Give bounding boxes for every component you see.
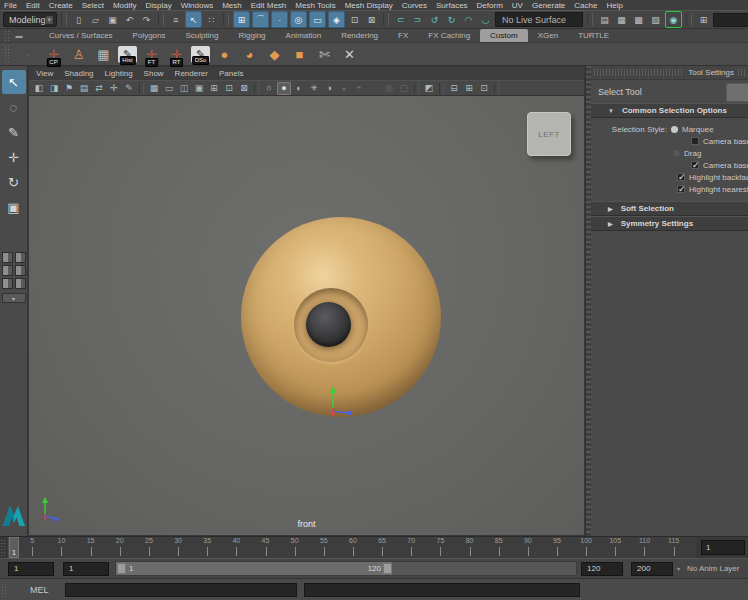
shadows-icon[interactable]: ◑ — [322, 82, 336, 95]
safe-title-icon[interactable]: ⊠ — [237, 82, 251, 95]
menu-surfaces[interactable]: Surfaces — [436, 1, 468, 10]
paint-select-tool-button[interactable]: ✎ — [2, 120, 26, 144]
shelf-tab-custom[interactable]: Custom — [480, 29, 528, 42]
menu-windows[interactable]: Windows — [181, 1, 213, 10]
menu-set-dropdown[interactable]: Modeling ▾ — [3, 12, 57, 27]
range-end-handle[interactable] — [383, 563, 392, 574]
shelf-cp-button[interactable]: ✛CP — [43, 44, 64, 65]
shelf-tabs-grip[interactable] — [4, 30, 11, 40]
xray-icon[interactable]: ◌ — [367, 82, 381, 95]
move-tool-button[interactable]: ✛ — [2, 145, 26, 169]
render-current-frame-icon[interactable]: ▦ — [614, 12, 629, 27]
timeline-ruler[interactable]: 1 51015202530354045505560657075808590951… — [8, 537, 696, 558]
output-connections-icon[interactable]: ⊃ — [410, 12, 425, 27]
shelf-tab-polygons[interactable]: Polygons — [123, 29, 176, 42]
current-frame-field[interactable]: 1 — [701, 540, 745, 555]
make-live-icon[interactable]: ◈ — [328, 11, 345, 28]
menu-select[interactable]: Select — [82, 1, 104, 10]
panel-menu-show[interactable]: Show — [144, 69, 164, 78]
select-by-hierarchy-icon[interactable]: ≡ — [168, 12, 183, 27]
absolute-relative-toggle-icon[interactable]: ⊞ — [696, 12, 711, 27]
tool-settings-header[interactable]: Tool Settings — [591, 66, 748, 80]
save-scene-icon[interactable]: ▣ — [105, 12, 120, 27]
section-soft-selection[interactable]: ▶Soft Selection — [591, 201, 748, 216]
shelf-tab-rigging[interactable]: Rigging — [228, 29, 275, 42]
shelf-grid-button[interactable]: ▦ — [93, 44, 114, 65]
shelf-tab-sculpting[interactable]: Sculpting — [176, 29, 229, 42]
rotate-tool-button[interactable]: ↻ — [2, 170, 26, 194]
playback-start-field[interactable]: 1 — [63, 562, 109, 576]
lock-icon[interactable]: ⊡ — [347, 12, 362, 27]
panel-menu-lighting[interactable]: Lighting — [105, 69, 133, 78]
isolate-select-icon[interactable]: ◩ — [422, 82, 436, 95]
pupil[interactable] — [306, 302, 351, 347]
orientation-axis-icon[interactable]: ✛ — [107, 82, 121, 95]
motion-blur-icon[interactable]: ◓ — [352, 82, 366, 95]
select-camera-icon[interactable]: ◧ — [32, 82, 46, 95]
coordinate-input-field[interactable] — [713, 13, 748, 27]
layout-dropdown-button[interactable]: ▾ — [2, 293, 26, 303]
grid-icon[interactable]: ▦ — [147, 82, 161, 95]
open-scene-icon[interactable]: ▱ — [88, 12, 103, 27]
panel-menu-view[interactable]: View — [36, 69, 53, 78]
xray-joints-icon[interactable]: ◎ — [382, 82, 396, 95]
checkbox-camera-based[interactable] — [691, 137, 699, 145]
wireframe-icon[interactable]: ○ — [262, 82, 276, 95]
menu-file[interactable]: File — [4, 1, 17, 10]
lights-icon[interactable]: ✳ — [307, 82, 321, 95]
layout-hypershade-button[interactable] — [15, 278, 26, 289]
shelf-sphere-plane-button[interactable]: ◕ — [239, 44, 260, 65]
menu-edit[interactable]: Edit — [26, 1, 40, 10]
2d-pan-zoom-icon[interactable]: ⇄ — [92, 82, 106, 95]
shaded-icon[interactable]: ● — [277, 82, 291, 95]
history-input-icon[interactable]: ↺ — [427, 12, 442, 27]
scale-tool-button[interactable]: ▣ — [2, 195, 26, 219]
shelf-options-icon[interactable]: ◦ — [17, 51, 39, 58]
layout-four-pane-button[interactable] — [15, 252, 26, 263]
timeline-grip[interactable] — [0, 539, 7, 556]
animation-end-field[interactable]: 200 — [631, 562, 673, 576]
gate-mask-icon[interactable]: ▣ — [192, 82, 206, 95]
radio-drag[interactable] — [673, 150, 680, 157]
shelf-diamond-button[interactable]: ◆ — [264, 44, 285, 65]
layout-single-pane-button[interactable] — [2, 252, 13, 263]
shelf-tab-turtle[interactable]: TURTLE — [568, 29, 619, 42]
menu-deform[interactable]: Deform — [477, 1, 503, 10]
viewport-canvas[interactable]: LEFT — [29, 96, 584, 535]
hypershade-icon[interactable]: ◉ — [665, 11, 682, 28]
safe-action-icon[interactable]: ⊡ — [222, 82, 236, 95]
layout-two-pane-button[interactable] — [15, 265, 26, 276]
menu-uv[interactable]: UV — [512, 1, 523, 10]
grease-pencil-icon[interactable]: ✎ — [122, 82, 136, 95]
menu-create[interactable]: Create — [49, 1, 73, 10]
mel-toggle[interactable]: MEL — [30, 585, 56, 595]
section-symmetry-settings[interactable]: ▶Symmetry Settings — [591, 216, 748, 231]
section-common-selection-options[interactable]: ▼ Common Selection Options — [591, 103, 748, 118]
layout-persp-outliner-button[interactable] — [2, 265, 13, 276]
field-chart-icon[interactable]: ⊞ — [207, 82, 221, 95]
checkbox-camera-based[interactable] — [691, 161, 699, 169]
menu-curves[interactable]: Curves — [402, 1, 427, 10]
image-plane-icon[interactable]: ▤ — [77, 82, 91, 95]
shelf-tab-fx[interactable]: FX — [388, 29, 418, 42]
shelf-sphere-rotate-button[interactable]: ● — [214, 44, 235, 65]
panel-menu-renderer[interactable]: Renderer — [175, 69, 208, 78]
current-frame-marker[interactable]: 1 — [9, 537, 19, 558]
shelf-knife-button[interactable]: ✄ — [314, 44, 335, 65]
mel-input-field[interactable] — [65, 583, 297, 597]
shelf-ft-button[interactable]: ✛FT — [141, 44, 162, 65]
menu-edit-mesh[interactable]: Edit Mesh — [251, 1, 287, 10]
shelf-dso-button[interactable]: ✎DSo — [191, 46, 210, 63]
smooth-wireframe-icon[interactable]: ▢ — [397, 82, 411, 95]
select-by-object-icon[interactable]: ↖ — [185, 11, 202, 28]
select-tool-button[interactable]: ↖ — [2, 70, 26, 94]
shelf-menu-icon[interactable]: ▬ — [13, 30, 25, 41]
shelf-grip[interactable] — [4, 45, 11, 62]
bookmark-icon[interactable]: ⚑ — [62, 82, 76, 95]
menu-mesh-display[interactable]: Mesh Display — [345, 1, 393, 10]
input-connections-icon[interactable]: ⊂ — [393, 12, 408, 27]
snap-to-points-icon[interactable]: ∙ — [271, 11, 288, 28]
reset-tool-button[interactable] — [726, 83, 748, 102]
film-gate-icon[interactable]: ▭ — [162, 82, 176, 95]
range-slider-bar[interactable]: 1 120 — [116, 562, 392, 575]
